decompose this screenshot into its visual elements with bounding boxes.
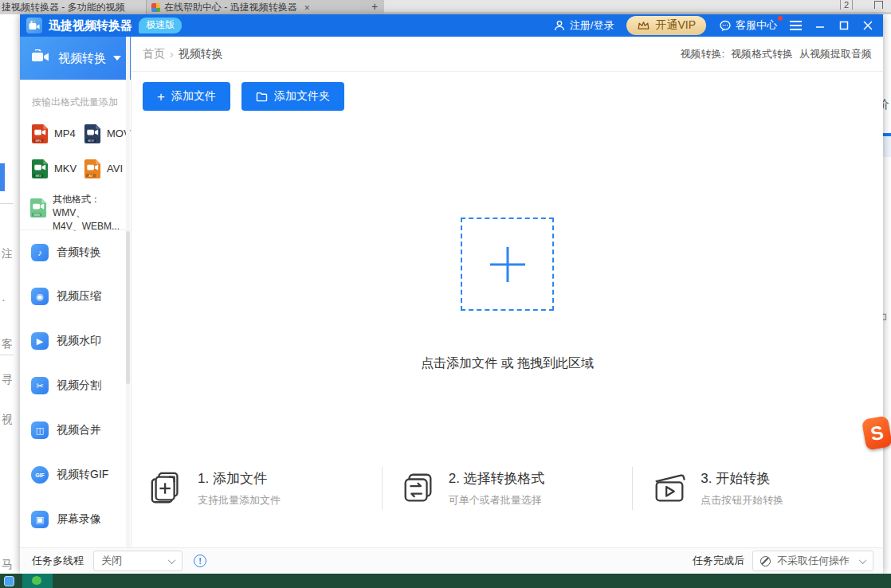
sidebar-item-video-to-gif[interactable]: GIF 视频转GIF — [31, 465, 108, 485]
sidebar: 视频转换 按输出格式批量添加 MP4 MP4 MOV MOV MKV MKV A… — [20, 37, 131, 547]
add-plus-icon — [485, 242, 530, 287]
sidebar-item-label: 视频转换 — [58, 51, 106, 66]
new-tab-icon[interactable]: + — [371, 0, 378, 13]
wmv-file-icon: WMV — [29, 198, 48, 218]
background-browser-tabbar: 捷视频转换器 - 多功能的视频 在线帮助中心 - 迅捷视频转换器 × + 2 — [0, 0, 891, 14]
chevron-down-icon — [168, 556, 176, 564]
main-panel: 首页 › 视频转换 视频转换: 视频格式转换 从视频提取音频 + 添加文件 添加… — [131, 37, 883, 547]
background-tab-2-title: 在线帮助中心 - 迅捷视频转换器 — [164, 1, 297, 14]
svg-text:MP4: MP4 — [36, 139, 41, 143]
app-logo-icon — [26, 18, 42, 33]
thread-label: 任务多线程 — [32, 554, 84, 568]
sogou-ime-logo[interactable]: S — [862, 415, 891, 450]
crown-icon — [637, 20, 650, 31]
step-start-convert: 3. 开始转换 点击按钮开始转换 — [633, 469, 883, 508]
notification-dot — [778, 16, 783, 21]
wechat-icon — [32, 576, 41, 585]
site-favicon — [151, 3, 160, 12]
step-choose-format: 2. 选择转换格式 可单个或者批量选择 — [383, 469, 633, 508]
video-watermark-icon: ▶ — [31, 332, 49, 350]
svg-text:MOV: MOV — [88, 139, 95, 143]
app-titlebar: 迅捷视频转换器 极速版 注册/登录 开通VIP 客服中心 — [20, 14, 883, 37]
video-convert-icon — [31, 49, 50, 67]
sidebar-item-audio-convert[interactable]: ♪ 音频转换 — [31, 242, 101, 263]
sidebar-item-video-convert[interactable]: 视频转换 — [20, 37, 131, 80]
mov-file-icon: MOV — [84, 123, 102, 143]
chevron-down-icon — [113, 56, 121, 61]
avi-file-icon: AVI — [84, 159, 102, 178]
add-file-button[interactable]: + 添加文件 — [143, 82, 230, 111]
info-icon[interactable]: ! — [194, 555, 206, 567]
menu-button[interactable] — [790, 21, 802, 30]
breadcrumb-bar: 首页 › 视频转换 视频转换: 视频格式转换 从视频提取音频 — [131, 37, 883, 72]
format-mov-button[interactable]: MOV MOV — [84, 123, 131, 143]
breadcrumb: 首页 › 视频转换 — [143, 47, 223, 61]
mode-option-extract-audio[interactable]: 从视频提取音频 — [799, 47, 872, 61]
background-tab-1[interactable]: 捷视频转换器 - 多功能的视频 — [0, 0, 147, 14]
format-other-button[interactable]: WMV 其他格式：WMV、M4V、WEBM... — [29, 193, 130, 233]
svg-text:WMV: WMV — [33, 214, 41, 217]
video-split-icon: ✂ — [31, 377, 49, 394]
audio-convert-icon: ♪ — [31, 244, 49, 261]
after-task-select[interactable]: 不采取任何操作 — [752, 551, 873, 571]
sidebar-scrollbar[interactable] — [126, 37, 130, 547]
edition-badge: 极速版 — [139, 18, 182, 33]
breadcrumb-home[interactable]: 首页 — [143, 47, 165, 61]
mode-option-format-convert[interactable]: 视频格式转换 — [731, 47, 793, 61]
background-left-sliver: 注 · 客 寻 视 马 — [0, 14, 20, 574]
window-count-badge: 2 — [840, 0, 853, 10]
taskbar-active-app[interactable] — [22, 574, 53, 588]
background-tab-1-title: 捷视频转换器 - 多功能的视频 — [2, 1, 125, 14]
chevron-down-icon — [859, 556, 867, 564]
add-folder-button[interactable]: 添加文件夹 — [241, 82, 344, 111]
restore-window-icon — [874, 1, 883, 9]
footer-bar: 任务多线程 关闭 ! 任务完成后 不采取任何操作 — [20, 547, 883, 574]
thread-select[interactable]: 关闭 — [93, 551, 183, 571]
tab-close-icon[interactable]: × — [304, 2, 310, 14]
batch-add-hint: 按输出格式批量添加 — [32, 96, 118, 109]
format-mp4-button[interactable]: MP4 MP4 — [31, 123, 76, 143]
taskbar-app-icon[interactable] — [4, 576, 14, 586]
step-add-file: 1. 添加文件 支持批量添加文件 — [131, 469, 382, 508]
app-window: 迅捷视频转换器 极速版 注册/登录 开通VIP 客服中心 — [20, 14, 883, 574]
format-mkv-button[interactable]: MKV MKV — [31, 159, 77, 178]
no-action-icon — [760, 556, 771, 566]
after-task-label: 任务完成后 — [693, 554, 744, 568]
drop-zone-hint: 点击添加文件 或 拖拽到此区域 — [131, 355, 883, 372]
mp4-file-icon: MP4 — [31, 123, 49, 143]
format-avi-button[interactable]: AVI AVI — [84, 159, 123, 178]
toolbar: + 添加文件 添加文件夹 — [143, 82, 344, 111]
chat-icon — [719, 20, 732, 32]
background-tab-2[interactable]: 在线帮助中心 - 迅捷视频转换器 × — [147, 0, 360, 14]
screen-record-icon: ▣ — [31, 511, 49, 528]
vip-button[interactable]: 开通VIP — [626, 16, 706, 35]
steps-row: 1. 添加文件 支持批量添加文件 2. 选择转换格式 可单个或者批量选择 3. … — [131, 458, 883, 519]
file-drop-zone[interactable] — [461, 218, 554, 311]
video-to-gif-icon: GIF — [31, 466, 49, 484]
maximize-button[interactable] — [838, 20, 850, 31]
background-window-edge: 2 — [384, 0, 891, 12]
login-button[interactable]: 注册/登录 — [553, 18, 614, 33]
svg-text:MKV: MKV — [35, 174, 41, 178]
plus-icon: + — [157, 90, 165, 104]
breadcrumb-current: 视频转换 — [179, 47, 223, 61]
svg-text:AVI: AVI — [88, 174, 92, 178]
app-title: 迅捷视频转换器 — [49, 18, 132, 33]
close-button[interactable] — [862, 20, 873, 31]
user-icon — [553, 19, 566, 32]
mode-hint: 视频转换: 视频格式转换 从视频提取音频 — [680, 47, 872, 61]
sidebar-item-video-merge[interactable]: ◫ 视频合并 — [31, 420, 101, 441]
background-scroll-indicator — [0, 163, 5, 191]
start-convert-step-icon — [650, 470, 689, 507]
sidebar-item-video-split[interactable]: ✂ 视频分割 — [31, 375, 101, 396]
sidebar-item-video-watermark[interactable]: ▶ 视频水印 — [31, 331, 101, 351]
video-compress-icon: ◉ — [31, 288, 49, 305]
sidebar-item-screen-record[interactable]: ▣ 屏幕录像 — [31, 509, 101, 530]
minimize-button[interactable] — [814, 20, 826, 31]
add-file-step-icon — [149, 470, 186, 507]
sidebar-item-video-compress[interactable]: ◉ 视频压缩 — [31, 286, 101, 307]
video-merge-icon: ◫ — [31, 421, 49, 439]
choose-format-step-icon — [400, 470, 437, 507]
support-button[interactable]: 客服中心 — [719, 18, 777, 33]
folder-icon — [256, 92, 268, 102]
